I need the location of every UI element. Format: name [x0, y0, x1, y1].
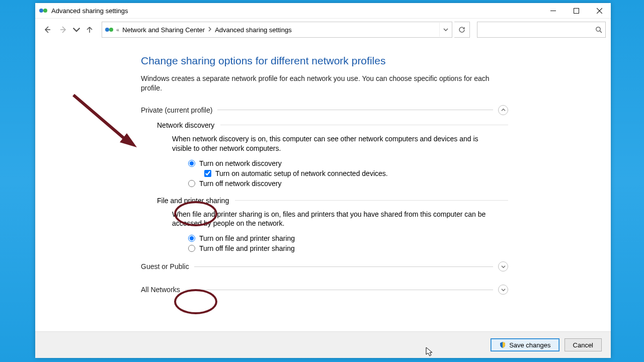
svg-marker-9 — [120, 133, 137, 147]
expand-icon[interactable] — [498, 261, 508, 272]
breadcrumb-root-glyph: « — [116, 27, 119, 33]
radio-fs-on[interactable]: Turn on file and printer sharing — [188, 234, 508, 242]
section-all-header[interactable]: All Networks — [141, 285, 508, 295]
radio-fs-off-input[interactable] — [188, 245, 195, 252]
section-guest-label: Guest or Public — [141, 262, 189, 270]
radio-fs-on-input[interactable] — [188, 235, 195, 242]
navbar: « Network and Sharing Center Advanced sh… — [35, 19, 611, 41]
collapse-icon[interactable] — [498, 105, 508, 115]
titlebar: Advanced sharing settings — [35, 3, 611, 19]
nav-forward-button[interactable] — [56, 23, 70, 37]
refresh-button[interactable] — [454, 22, 470, 38]
chevron-right-icon — [208, 27, 212, 33]
radio-fs-off[interactable]: Turn off file and printer sharing — [188, 244, 508, 252]
window: Advanced sharing settings — [35, 3, 611, 358]
shield-icon — [499, 341, 506, 348]
section-guest-header[interactable]: Guest or Public — [141, 261, 508, 272]
page-title: Change sharing options for different net… — [141, 55, 508, 67]
network-discovery-description: When network discovery is on, this compu… — [172, 134, 497, 153]
minimize-button[interactable] — [541, 3, 565, 18]
expand-icon[interactable] — [498, 285, 508, 295]
section-private-label: Private (current profile) — [141, 106, 212, 114]
cursor-icon — [426, 347, 434, 357]
network-discovery-label: Network discovery — [157, 121, 508, 129]
breadcrumb-item[interactable]: Network and Sharing Center — [122, 26, 205, 34]
radio-nd-on-input[interactable] — [188, 160, 195, 167]
svg-line-8 — [73, 95, 126, 140]
address-bar[interactable]: « Network and Sharing Center Advanced sh… — [102, 22, 452, 38]
checkbox-nd-auto-input[interactable] — [204, 170, 211, 177]
nav-recent-dropdown[interactable] — [72, 23, 80, 37]
section-all-label: All Networks — [141, 286, 180, 294]
nav-up-button[interactable] — [83, 23, 97, 37]
save-changes-button[interactable]: Save changes — [491, 338, 559, 351]
close-button[interactable] — [588, 3, 611, 18]
radio-nd-on[interactable]: Turn on network discovery — [188, 159, 508, 167]
address-dropdown[interactable] — [439, 23, 452, 37]
address-icon — [105, 26, 113, 34]
content-area: Change sharing options for different net… — [35, 41, 611, 331]
annotation-arrow — [70, 92, 141, 152]
window-title: Advanced sharing settings — [51, 7, 128, 15]
checkbox-nd-auto[interactable]: Turn on automatic setup of network conne… — [204, 169, 508, 177]
app-icon — [39, 7, 47, 15]
section-private-header[interactable]: Private (current profile) — [141, 105, 508, 115]
file-sharing-label: File and printer sharing — [157, 197, 508, 205]
bottom-bar: Save changes Cancel — [35, 331, 611, 358]
maximize-button[interactable] — [565, 3, 588, 18]
breadcrumb-item[interactable]: Advanced sharing settings — [215, 26, 291, 34]
radio-nd-off-input[interactable] — [188, 180, 195, 187]
search-box[interactable] — [477, 22, 606, 38]
file-sharing-description: When file and printer sharing is on, fil… — [172, 210, 497, 229]
svg-point-6 — [596, 27, 600, 31]
nav-back-button[interactable] — [40, 23, 54, 37]
cancel-button[interactable]: Cancel — [565, 338, 602, 351]
search-icon — [595, 26, 602, 33]
page-description: Windows creates a separate network profi… — [141, 74, 493, 93]
svg-rect-1 — [574, 8, 579, 13]
svg-line-7 — [600, 31, 602, 33]
radio-nd-off[interactable]: Turn off network discovery — [188, 179, 508, 188]
